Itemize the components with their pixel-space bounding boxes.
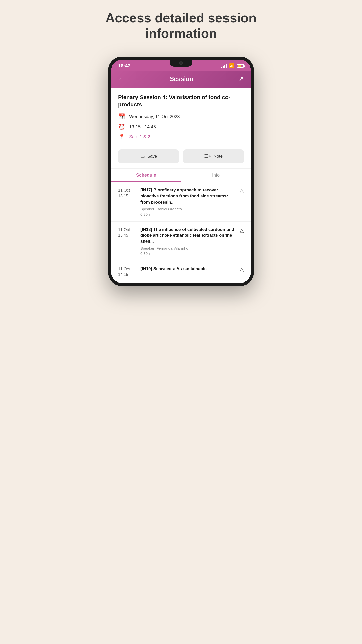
tabs: Schedule Info: [111, 169, 251, 182]
share-button[interactable]: ↗: [238, 75, 244, 83]
schedule-item: 11 Oct 14:15 [IN19] Seaweeds: As sustain…: [111, 261, 251, 283]
content-area: Plenary Session 4: Valorisation of food …: [111, 88, 251, 283]
phone-frame: 16:47 📶 ← Session ↗: [108, 57, 254, 286]
schedule-item-time: 11 Oct 13:45: [118, 227, 136, 238]
time-row: ⏰ 13:15 - 14:45: [118, 124, 244, 130]
schedule-item-title: [IN17] Biorefinery approach to recover b…: [140, 187, 235, 205]
note-icon: ☰+: [204, 153, 211, 159]
schedule-item-content: [IN17] Biorefinery approach to recover b…: [140, 187, 235, 216]
wifi-icon: 📶: [229, 63, 234, 68]
session-header: Plenary Session 4: Valorisation of food …: [111, 88, 251, 144]
schedule-item-content: [IN19] Seaweeds: As sustainable: [140, 266, 235, 273]
signal-icon: [221, 64, 227, 68]
calendar-icon: 📅: [118, 113, 125, 120]
schedule-item-title: [IN19] Seaweeds: As sustainable: [140, 266, 235, 272]
schedule-item-speaker: Speaker: Daniel Granato: [140, 207, 235, 211]
item-bookmark-icon[interactable]: △: [240, 187, 244, 194]
tab-schedule[interactable]: Schedule: [111, 169, 181, 182]
note-label: Note: [214, 154, 223, 159]
schedule-item-time: 11 Oct 13:15: [118, 187, 136, 199]
app-header: ← Session ↗: [111, 71, 251, 88]
schedule-item-speaker: Speaker: Fernanda Vilarinho: [140, 246, 235, 250]
save-label: Save: [147, 154, 157, 159]
schedule-item: 11 Oct 13:45 [IN18] The influence of cul…: [111, 222, 251, 261]
save-button[interactable]: ▭ Save: [118, 149, 179, 163]
schedule-item-content: [IN18] The influence of cultivated cardo…: [140, 227, 235, 256]
schedule-item-title: [IN18] The influence of cultivated cardo…: [140, 227, 235, 245]
session-time: 13:15 - 14:45: [129, 124, 156, 130]
front-camera: [179, 61, 183, 65]
clock-icon: ⏰: [118, 124, 125, 130]
note-button[interactable]: ☰+ Note: [183, 149, 244, 163]
schedule-item-time: 11 Oct 14:15: [118, 266, 136, 278]
tab-info[interactable]: Info: [181, 169, 251, 182]
item-bookmark-icon[interactable]: △: [240, 227, 244, 234]
session-title: Plenary Session 4: Valorisation of food …: [118, 94, 244, 108]
status-time: 16:47: [118, 63, 130, 69]
location-icon: 📍: [118, 134, 125, 140]
phone-screen: 16:47 📶 ← Session ↗: [111, 60, 251, 283]
header-title: Session: [170, 75, 193, 83]
location-row: 📍 Saal 1 & 2: [118, 134, 244, 140]
status-icons: 📶: [221, 63, 244, 68]
schedule-item-duration: 0:30h: [140, 212, 235, 216]
date-row: 📅 Wednesday, 11 Oct 2023: [118, 113, 244, 120]
bookmark-icon: ▭: [140, 153, 145, 159]
session-date: Wednesday, 11 Oct 2023: [129, 114, 180, 119]
schedule-item-duration: 0:30h: [140, 251, 235, 256]
session-meta: 📅 Wednesday, 11 Oct 2023 ⏰ 13:15 - 14:45…: [118, 113, 244, 140]
schedule-list: 11 Oct 13:15 [IN17] Biorefinery approach…: [111, 182, 251, 283]
item-bookmark-icon[interactable]: △: [240, 266, 244, 273]
back-button[interactable]: ←: [118, 75, 125, 83]
notch: [170, 60, 192, 67]
session-location: Saal 1 & 2: [129, 134, 150, 140]
action-buttons: ▭ Save ☰+ Note: [111, 144, 251, 169]
schedule-item: 11 Oct 13:15 [IN17] Biorefinery approach…: [111, 182, 251, 221]
status-bar: 16:47 📶: [111, 60, 251, 71]
battery-fill: [238, 65, 241, 67]
battery-icon: [237, 64, 244, 68]
page-headline: Access detailed session information: [93, 10, 269, 42]
